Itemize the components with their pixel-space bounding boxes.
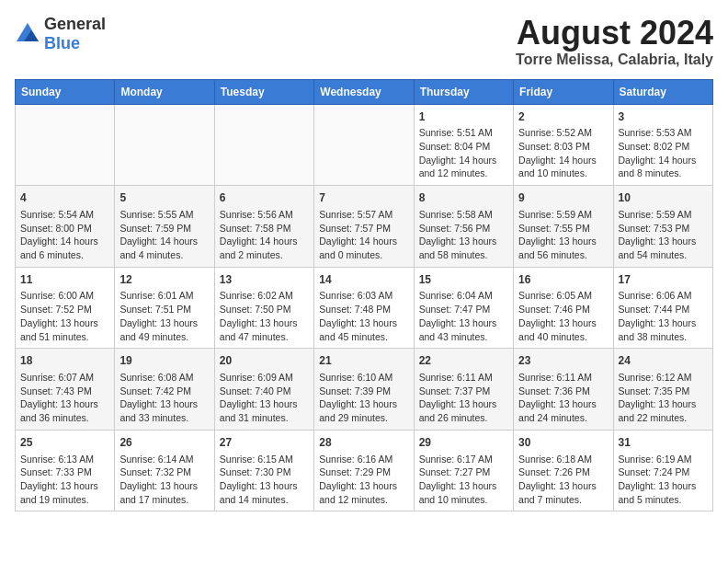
calendar-cell: 10Sunrise: 5:59 AM Sunset: 7:53 PM Dayli… [613, 186, 712, 268]
day-number: 16 [518, 272, 608, 288]
day-number: 7 [319, 190, 408, 206]
cell-content: Sunrise: 5:53 AM Sunset: 8:02 PM Dayligh… [619, 126, 708, 180]
calendar-cell: 13Sunrise: 6:02 AM Sunset: 7:50 PM Dayli… [214, 267, 313, 349]
cell-content: Sunrise: 6:11 AM Sunset: 7:37 PM Dayligh… [419, 371, 508, 425]
day-number: 22 [419, 353, 508, 369]
week-row-1: 1Sunrise: 5:51 AM Sunset: 8:04 PM Daylig… [16, 104, 713, 186]
calendar-cell: 24Sunrise: 6:12 AM Sunset: 7:35 PM Dayli… [613, 349, 712, 431]
day-header-monday: Monday [115, 79, 214, 104]
day-number: 31 [619, 435, 708, 451]
day-number: 13 [220, 272, 309, 288]
cell-content: Sunrise: 6:00 AM Sunset: 7:52 PM Dayligh… [20, 289, 109, 343]
day-number: 30 [518, 435, 608, 451]
subtitle: Torre Melissa, Calabria, Italy [516, 52, 713, 68]
calendar-table: SundayMondayTuesdayWednesdayThursdayFrid… [15, 79, 713, 512]
day-number: 26 [119, 435, 209, 451]
day-number: 19 [119, 353, 209, 369]
calendar-cell: 23Sunrise: 6:11 AM Sunset: 7:36 PM Dayli… [514, 349, 613, 431]
cell-content: Sunrise: 6:01 AM Sunset: 7:51 PM Dayligh… [119, 289, 209, 343]
main-title: August 2024 [516, 15, 713, 52]
cell-content: Sunrise: 6:04 AM Sunset: 7:47 PM Dayligh… [419, 289, 508, 343]
calendar-cell: 25Sunrise: 6:13 AM Sunset: 7:33 PM Dayli… [16, 430, 115, 511]
calendar-cell: 22Sunrise: 6:11 AM Sunset: 7:37 PM Dayli… [414, 349, 513, 431]
cell-content: Sunrise: 6:08 AM Sunset: 7:42 PM Dayligh… [119, 371, 209, 425]
cell-content: Sunrise: 6:09 AM Sunset: 7:40 PM Dayligh… [220, 371, 309, 425]
cell-content: Sunrise: 5:55 AM Sunset: 7:59 PM Dayligh… [119, 208, 209, 262]
day-number: 9 [518, 190, 608, 206]
cell-content: Sunrise: 6:02 AM Sunset: 7:50 PM Dayligh… [220, 289, 309, 343]
day-number: 27 [220, 435, 309, 451]
day-number: 17 [619, 272, 708, 288]
calendar-cell: 7Sunrise: 5:57 AM Sunset: 7:57 PM Daylig… [314, 186, 414, 268]
calendar-cell: 18Sunrise: 6:07 AM Sunset: 7:43 PM Dayli… [16, 349, 115, 431]
week-row-4: 18Sunrise: 6:07 AM Sunset: 7:43 PM Dayli… [16, 349, 713, 431]
cell-content: Sunrise: 5:58 AM Sunset: 7:56 PM Dayligh… [419, 208, 508, 262]
title-area: August 2024 Torre Melissa, Calabria, Ita… [516, 15, 713, 68]
day-header-friday: Friday [514, 79, 613, 104]
cell-content: Sunrise: 6:16 AM Sunset: 7:29 PM Dayligh… [319, 453, 408, 507]
day-number: 15 [419, 272, 508, 288]
week-row-3: 11Sunrise: 6:00 AM Sunset: 7:52 PM Dayli… [16, 267, 713, 349]
cell-content: Sunrise: 5:59 AM Sunset: 7:53 PM Dayligh… [619, 208, 708, 262]
logo: General Blue [15, 15, 106, 53]
day-number: 18 [20, 353, 109, 369]
day-number: 2 [518, 109, 608, 125]
day-number: 28 [319, 435, 408, 451]
day-number: 24 [619, 353, 708, 369]
calendar-cell [115, 104, 214, 186]
cell-content: Sunrise: 6:18 AM Sunset: 7:26 PM Dayligh… [518, 453, 608, 507]
calendar-cell: 8Sunrise: 5:58 AM Sunset: 7:56 PM Daylig… [414, 186, 513, 268]
day-header-tuesday: Tuesday [214, 79, 313, 104]
header: General Blue August 2024 Torre Melissa, … [15, 15, 713, 68]
calendar-cell [214, 104, 313, 186]
day-header-saturday: Saturday [613, 79, 712, 104]
cell-content: Sunrise: 5:59 AM Sunset: 7:55 PM Dayligh… [518, 208, 608, 262]
calendar-cell: 11Sunrise: 6:00 AM Sunset: 7:52 PM Dayli… [16, 267, 115, 349]
calendar-cell: 19Sunrise: 6:08 AM Sunset: 7:42 PM Dayli… [115, 349, 214, 431]
cell-content: Sunrise: 6:14 AM Sunset: 7:32 PM Dayligh… [119, 453, 209, 507]
day-number: 14 [319, 272, 408, 288]
calendar-cell [314, 104, 414, 186]
day-number: 8 [419, 190, 508, 206]
day-number: 20 [220, 353, 309, 369]
cell-content: Sunrise: 6:19 AM Sunset: 7:24 PM Dayligh… [619, 453, 708, 507]
calendar-body: 1Sunrise: 5:51 AM Sunset: 8:04 PM Daylig… [16, 104, 713, 511]
calendar-cell: 12Sunrise: 6:01 AM Sunset: 7:51 PM Dayli… [115, 267, 214, 349]
week-row-5: 25Sunrise: 6:13 AM Sunset: 7:33 PM Dayli… [16, 430, 713, 511]
cell-content: Sunrise: 6:10 AM Sunset: 7:39 PM Dayligh… [319, 371, 408, 425]
day-number: 21 [319, 353, 408, 369]
calendar-cell: 21Sunrise: 6:10 AM Sunset: 7:39 PM Dayli… [314, 349, 414, 431]
day-header-wednesday: Wednesday [314, 79, 414, 104]
calendar-cell: 30Sunrise: 6:18 AM Sunset: 7:26 PM Dayli… [514, 430, 613, 511]
cell-content: Sunrise: 6:07 AM Sunset: 7:43 PM Dayligh… [20, 371, 109, 425]
day-number: 10 [619, 190, 708, 206]
cell-content: Sunrise: 5:51 AM Sunset: 8:04 PM Dayligh… [419, 126, 508, 180]
calendar-cell: 15Sunrise: 6:04 AM Sunset: 7:47 PM Dayli… [414, 267, 513, 349]
day-number: 4 [20, 190, 109, 206]
calendar-cell: 14Sunrise: 6:03 AM Sunset: 7:48 PM Dayli… [314, 267, 414, 349]
cell-content: Sunrise: 6:13 AM Sunset: 7:33 PM Dayligh… [20, 453, 109, 507]
week-row-2: 4Sunrise: 5:54 AM Sunset: 8:00 PM Daylig… [16, 186, 713, 268]
day-number: 25 [20, 435, 109, 451]
cell-content: Sunrise: 6:03 AM Sunset: 7:48 PM Dayligh… [319, 289, 408, 343]
cell-content: Sunrise: 5:56 AM Sunset: 7:58 PM Dayligh… [220, 208, 309, 262]
calendar-cell: 17Sunrise: 6:06 AM Sunset: 7:44 PM Dayli… [613, 267, 712, 349]
calendar-cell: 31Sunrise: 6:19 AM Sunset: 7:24 PM Dayli… [613, 430, 712, 511]
header-row: SundayMondayTuesdayWednesdayThursdayFrid… [16, 79, 713, 104]
day-number: 3 [619, 109, 708, 125]
calendar-cell: 1Sunrise: 5:51 AM Sunset: 8:04 PM Daylig… [414, 104, 513, 186]
cell-content: Sunrise: 5:57 AM Sunset: 7:57 PM Dayligh… [319, 208, 408, 262]
cell-content: Sunrise: 6:11 AM Sunset: 7:36 PM Dayligh… [518, 371, 608, 425]
calendar-cell: 6Sunrise: 5:56 AM Sunset: 7:58 PM Daylig… [214, 186, 313, 268]
day-number: 23 [518, 353, 608, 369]
logo-blue: Blue [44, 34, 80, 52]
calendar-cell: 16Sunrise: 6:05 AM Sunset: 7:46 PM Dayli… [514, 267, 613, 349]
calendar-cell: 5Sunrise: 5:55 AM Sunset: 7:59 PM Daylig… [115, 186, 214, 268]
day-number: 6 [220, 190, 309, 206]
calendar-cell: 9Sunrise: 5:59 AM Sunset: 7:55 PM Daylig… [514, 186, 613, 268]
calendar-cell: 4Sunrise: 5:54 AM Sunset: 8:00 PM Daylig… [16, 186, 115, 268]
calendar-cell: 29Sunrise: 6:17 AM Sunset: 7:27 PM Dayli… [414, 430, 513, 511]
calendar-cell: 3Sunrise: 5:53 AM Sunset: 8:02 PM Daylig… [613, 104, 712, 186]
logo-icon [15, 21, 40, 47]
day-number: 12 [119, 272, 209, 288]
